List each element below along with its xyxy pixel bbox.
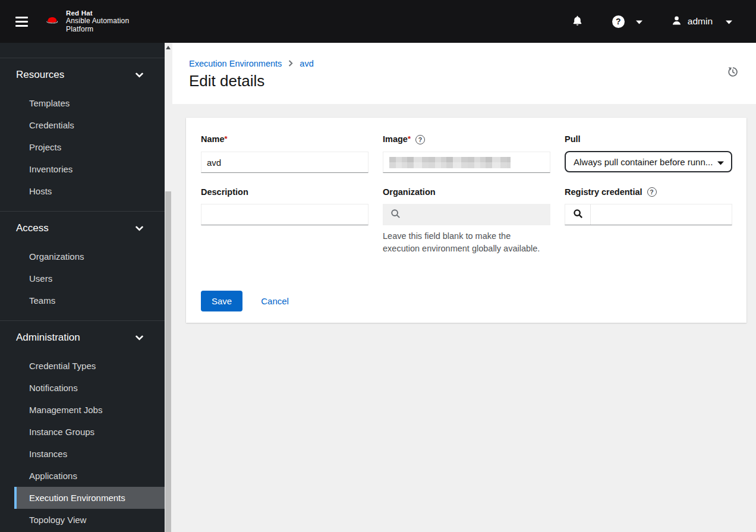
pull-label: Pull bbox=[565, 134, 732, 144]
nav-item-label: Notifications bbox=[29, 383, 78, 393]
help-menu-button[interactable]: ? bbox=[612, 15, 625, 28]
nav-item-label: Credentials bbox=[29, 120, 74, 130]
nav-toggle-button[interactable] bbox=[14, 14, 29, 29]
sidebar-section-toggle-resources[interactable]: Resources bbox=[0, 64, 165, 86]
description-label: Description bbox=[201, 187, 368, 197]
caret-down-icon bbox=[726, 17, 732, 26]
notifications-button[interactable] bbox=[572, 15, 582, 28]
nav-item-label: Teams bbox=[29, 295, 55, 306]
scrollbar-up-arrow-icon[interactable] bbox=[166, 46, 171, 49]
sidebar-item-instances[interactable]: Instances bbox=[14, 443, 165, 465]
sidebar-item-topology-view[interactable]: Topology View bbox=[14, 509, 165, 531]
image-field-group: Image ? bbox=[383, 134, 550, 173]
nav-item-label: Applications bbox=[29, 471, 77, 481]
scrollbar-thumb[interactable] bbox=[165, 191, 171, 532]
name-label: Name bbox=[201, 134, 368, 144]
history-icon bbox=[727, 70, 738, 79]
username-label: admin bbox=[688, 16, 713, 27]
save-button[interactable]: Save bbox=[201, 291, 242, 311]
sidebar-section-toggle-administration[interactable]: Administration bbox=[0, 326, 165, 348]
section-label: Administration bbox=[16, 332, 80, 344]
user-icon bbox=[672, 15, 682, 28]
view-activity-stream-button[interactable] bbox=[727, 67, 738, 79]
image-input[interactable] bbox=[383, 152, 550, 173]
user-menu-caret[interactable] bbox=[726, 17, 732, 26]
caret-down-icon bbox=[636, 17, 642, 26]
nav-item-label: Templates bbox=[29, 98, 70, 108]
masthead: Red Hat Ansible Automation Platform ? bbox=[0, 0, 756, 43]
sidebar-item-teams[interactable]: Teams bbox=[14, 289, 165, 311]
nav-item-label: Inventories bbox=[29, 164, 73, 174]
breadcrumb-link-execution-environments[interactable]: Execution Environments bbox=[189, 59, 282, 68]
sidebar-item-inventories[interactable]: Inventories bbox=[14, 158, 165, 180]
organization-helper-text: Leave this field blank to make the execu… bbox=[383, 230, 543, 255]
nav-item-label: Management Jobs bbox=[29, 405, 102, 415]
sidebar-section-administration: Administration Credential Types Notifica… bbox=[0, 320, 165, 532]
registry-credential-label: Registry credential ? bbox=[565, 187, 732, 197]
registry-credential-search-button[interactable] bbox=[565, 204, 591, 225]
nav-item-label: Organizations bbox=[29, 251, 84, 262]
registry-credential-input[interactable] bbox=[591, 204, 732, 225]
breadcrumb-link-avd[interactable]: avd bbox=[300, 59, 313, 68]
organization-label: Organization bbox=[383, 187, 550, 197]
sidebar-item-credential-types[interactable]: Credential Types bbox=[14, 355, 165, 377]
organization-field-group: Organization Leave this field blank to m… bbox=[383, 187, 550, 255]
registry-credential-lookup bbox=[565, 204, 732, 225]
breadcrumb: Execution Environments avd bbox=[189, 59, 739, 68]
nav-item-label: Execution Environments bbox=[29, 493, 125, 503]
name-input[interactable] bbox=[201, 152, 368, 173]
nav-item-label: Projects bbox=[29, 142, 61, 152]
sidebar-item-notifications[interactable]: Notifications bbox=[14, 377, 165, 399]
sidebar-item-management-jobs[interactable]: Management Jobs bbox=[14, 399, 165, 421]
sidebar-section-resources: Resources Templates Credentials Projects… bbox=[0, 58, 165, 211]
sidebar-item-execution-environments[interactable]: Execution Environments bbox=[14, 487, 165, 509]
search-icon bbox=[573, 209, 583, 221]
redacted-image-value bbox=[389, 157, 511, 168]
brand-line2: Ansible Automation bbox=[66, 17, 129, 26]
help-icon[interactable]: ? bbox=[415, 135, 425, 144]
sidebar-item-credentials[interactable]: Credentials bbox=[14, 114, 165, 136]
bell-icon bbox=[572, 15, 582, 28]
sidebar-nav: Resources Templates Credentials Projects… bbox=[0, 43, 165, 532]
caret-down-icon bbox=[717, 157, 724, 167]
brand-logo: Red Hat Ansible Automation Platform bbox=[45, 10, 129, 34]
sidebar-item-organizations[interactable]: Organizations bbox=[14, 245, 165, 267]
chevron-down-icon bbox=[136, 69, 143, 81]
help-icon[interactable]: ? bbox=[647, 187, 657, 197]
page-header: Execution Environments avd Edit details bbox=[172, 43, 756, 104]
sidebar-section-toggle-access[interactable]: Access bbox=[0, 217, 165, 239]
angle-right-icon bbox=[288, 59, 293, 68]
cancel-button[interactable]: Cancel bbox=[261, 296, 289, 306]
sidebar-item-users[interactable]: Users bbox=[14, 267, 165, 289]
sidebar-item-applications[interactable]: Applications bbox=[14, 465, 165, 487]
help-menu-caret[interactable] bbox=[636, 17, 642, 26]
nav-item-label: Hosts bbox=[29, 186, 52, 196]
description-field-group: Description bbox=[201, 187, 368, 255]
hamburger-icon bbox=[15, 17, 28, 18]
registry-credential-field-group: Registry credential ? bbox=[565, 187, 732, 255]
page-title: Edit details bbox=[189, 72, 739, 90]
image-label: Image ? bbox=[383, 134, 550, 144]
sidebar-item-instance-groups[interactable]: Instance Groups bbox=[14, 421, 165, 443]
redhat-fedora-icon bbox=[45, 15, 61, 29]
nav-item-label: Users bbox=[29, 273, 52, 284]
description-input[interactable] bbox=[201, 204, 368, 225]
chevron-down-icon bbox=[136, 222, 143, 234]
name-field-group: Name bbox=[201, 134, 368, 173]
nav-item-label: Credential Types bbox=[29, 361, 96, 371]
search-icon bbox=[390, 209, 401, 221]
section-label: Access bbox=[16, 222, 49, 234]
pull-selected-option: Always pull container before runn... bbox=[574, 157, 717, 167]
sidebar-scrollbar[interactable] bbox=[165, 43, 172, 532]
nav-item-label: Topology View bbox=[29, 515, 86, 525]
pull-select[interactable]: Always pull container before runn... bbox=[565, 151, 732, 172]
sidebar-section-access: Access Organizations Users Teams bbox=[0, 211, 165, 320]
edit-details-card: Name Image ? bbox=[186, 118, 746, 323]
brand-line3: Platform bbox=[66, 26, 129, 34]
brand-line1: Red Hat bbox=[66, 10, 129, 18]
pull-field-group: Pull Always pull container before runn..… bbox=[565, 134, 732, 173]
question-circle-icon: ? bbox=[612, 15, 625, 28]
sidebar-item-templates[interactable]: Templates bbox=[14, 92, 165, 114]
sidebar-item-projects[interactable]: Projects bbox=[14, 136, 165, 158]
sidebar-item-hosts[interactable]: Hosts bbox=[14, 180, 165, 202]
